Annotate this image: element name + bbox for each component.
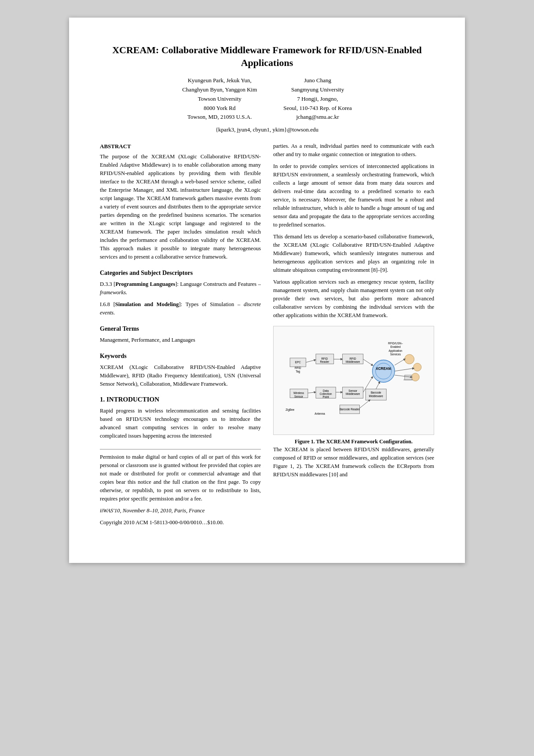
- svg-text:ZigBee: ZigBee: [285, 409, 295, 412]
- svg-text:Wireless: Wireless: [293, 392, 304, 395]
- author-names2: Changhyun Byun, Yanggon Kim: [182, 85, 257, 95]
- footnote-permission: Permission to make digital or hard copie…: [100, 453, 261, 503]
- general-terms-title: General Terms: [100, 324, 261, 333]
- svg-line-25: [395, 359, 405, 365]
- figure-area: RFID/USN– Enabled Application Services E…: [273, 326, 434, 446]
- svg-line-19: [363, 359, 373, 365]
- svg-line-26: [395, 369, 413, 371]
- keywords-title: Keywords: [100, 351, 261, 361]
- right-para1: parties. As a result, individual parties…: [273, 142, 434, 159]
- author-group-right: Juno Chang Sangmyung University 7 Hongji…: [283, 76, 352, 122]
- svg-point-20: [405, 354, 414, 364]
- svg-text:Barcode Reader: Barcode Reader: [340, 408, 360, 411]
- svg-text:Enabled: Enabled: [390, 346, 401, 349]
- categories-title: Categories and Subject Descriptors: [100, 268, 261, 278]
- figure-caption: Figure 1. The XCREAM Framework Configura…: [273, 438, 434, 446]
- email-line: {kpark3, jyun4, cbyun1, ykim}@towson.edu: [100, 126, 434, 133]
- svg-text:RFID: RFID: [322, 357, 328, 360]
- author-address1-left: 8000 York Rd: [182, 104, 257, 113]
- svg-text:Middleware: Middleware: [369, 394, 384, 398]
- i68-text: I.6.8 [Simulation and Modeling]: Types o…: [100, 301, 261, 316]
- conference-text: iiWAS'10, November 8–10, 2010, Paris, Fr…: [100, 508, 205, 514]
- svg-text:Point: Point: [322, 396, 329, 399]
- right-para3: This demand lets us develop a scenario-b…: [273, 233, 434, 274]
- svg-text:Services: Services: [390, 353, 401, 356]
- intro-title: 1. INTRODUCTION: [100, 394, 261, 405]
- svg-text:RFID/USN–: RFID/USN–: [388, 342, 403, 345]
- svg-text:Application: Application: [389, 349, 402, 353]
- right-para2: In order to provide complex services of …: [273, 162, 434, 229]
- page: XCREAM: Collaborative Middleware Framewo…: [69, 18, 465, 563]
- abstract-text: The purpose of the XCREAM (XLogic Collab…: [100, 153, 261, 261]
- d33-italic: frameworks.: [100, 289, 127, 296]
- categories-i68: I.6.8 [Simulation and Modeling]: Types o…: [100, 300, 261, 317]
- svg-text:Collection: Collection: [320, 392, 332, 395]
- svg-line-48: [376, 382, 380, 389]
- svg-text:Antenna: Antenna: [315, 413, 325, 416]
- svg-text:XCREAM: XCREAM: [376, 367, 391, 371]
- author-name-right: Juno Chang: [283, 76, 352, 85]
- abstract-title: ABSTRACT: [100, 142, 261, 151]
- keywords-text: XCREAM (XLogic Collaborative RFID/USN-En…: [100, 363, 261, 388]
- svg-line-49: [360, 400, 370, 408]
- author-address2-left: Towson, MD, 21093 U.S.A.: [182, 113, 257, 122]
- right-column: parties. As a result, individual parties…: [273, 142, 434, 530]
- svg-text:Middleware: Middleware: [346, 360, 360, 363]
- author-address1-right: 7 Hongji, Jongno,: [283, 95, 352, 104]
- svg-text:EPC: EPC: [295, 361, 301, 364]
- svg-text:Data: Data: [323, 389, 329, 392]
- i68-bold: Simulation and Modeling: [115, 301, 179, 307]
- left-column: ABSTRACT The purpose of the XCREAM (XLog…: [100, 142, 261, 530]
- svg-text:RFID: RFID: [295, 367, 301, 370]
- figure-svg: RFID/USN– Enabled Application Services E…: [278, 331, 429, 427]
- svg-text:Middleware: Middleware: [346, 392, 360, 395]
- title-section: XCREAM: Collaborative Middleware Framewo…: [100, 44, 434, 133]
- svg-line-14: [306, 360, 315, 362]
- figure-box: RFID/USN– Enabled Application Services E…: [273, 326, 434, 435]
- svg-rect-23: [405, 375, 412, 380]
- email-domain: @towson.edu: [287, 126, 319, 133]
- two-column-layout: ABSTRACT The purpose of the XCREAM (XLog…: [100, 142, 434, 530]
- right-para4: Various application services such as eme…: [273, 278, 434, 320]
- svg-text:Reader: Reader: [320, 360, 329, 363]
- intro-text: Rapid progress in wireless telecommunica…: [100, 407, 261, 440]
- d33-bold: Programming Languages: [115, 281, 175, 287]
- svg-text:Barcode: Barcode: [371, 391, 381, 394]
- d33-text: D.3.3 [Programming Languages]: Language …: [100, 281, 261, 296]
- authors-block: Kyungeun Park, Jekuk Yun, Changhyun Byun…: [100, 76, 434, 122]
- footnote-conference: iiWAS'10, November 8–10, 2010, Paris, Fr…: [100, 507, 261, 515]
- svg-text:Tag: Tag: [296, 370, 300, 373]
- svg-text:Sensor: Sensor: [294, 395, 303, 398]
- right-para5: The XCREAM is placed between RFID/USN mi…: [273, 446, 434, 479]
- author-university-left: Towson University: [182, 95, 257, 104]
- author-university-right: Sangmyung University: [283, 85, 352, 95]
- author-address2-right: Seoul, 110-743 Rep. of Korea: [283, 104, 352, 113]
- categories-d33: D.3.3 [Programming Languages]: Language …: [100, 280, 261, 297]
- footnote-copyright: Copyright 2010 ACM 1-58113-000-0/00/0010…: [100, 519, 261, 527]
- email-prefix: {kpark3, jyun4, cbyun1, ykim}: [216, 126, 287, 133]
- author-names1: Kyungeun Park, Jekuk Yun,: [182, 76, 257, 85]
- svg-text:Sensor: Sensor: [348, 389, 357, 392]
- main-title: XCREAM: Collaborative Middleware Framewo…: [100, 44, 434, 69]
- footnote-area: Permission to make digital or hard copie…: [100, 449, 261, 527]
- figure-caption-text: Figure 1. The XCREAM Framework Configura…: [295, 438, 413, 445]
- author-group-left: Kyungeun Park, Jekuk Yun, Changhyun Byun…: [182, 76, 257, 122]
- svg-text:RFID: RFID: [350, 357, 356, 360]
- svg-line-38: [308, 392, 315, 393]
- svg-point-21: [413, 363, 421, 371]
- author-email-right: jchang@smu.ac.kr: [283, 113, 352, 122]
- general-terms-text: Management, Performance, and Languages: [100, 336, 261, 344]
